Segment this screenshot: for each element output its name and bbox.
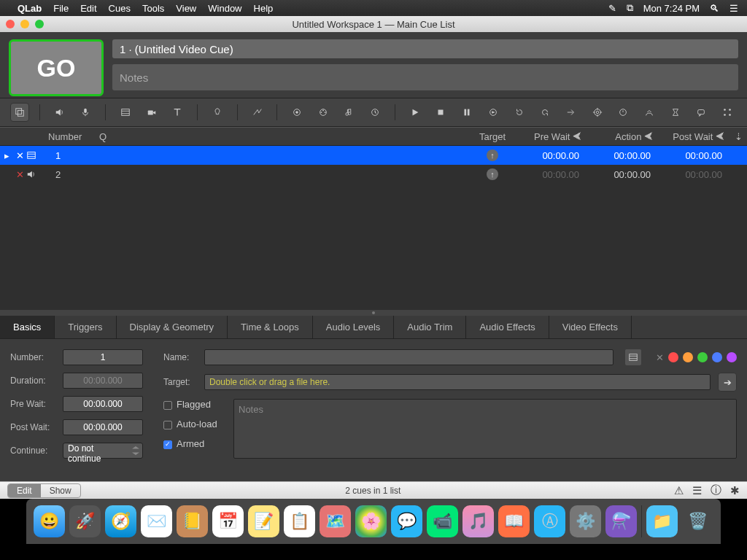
color-orange[interactable] <box>683 352 693 362</box>
reminders-icon[interactable]: 📋 <box>284 505 315 537</box>
maps-icon[interactable]: 🗺️ <box>320 505 351 537</box>
midi-file-cue-icon[interactable] <box>340 103 359 122</box>
clock[interactable]: Mon 7:24 PM <box>643 3 700 14</box>
downloads-icon[interactable]: 📁 <box>646 505 678 537</box>
edit-mode-button[interactable]: Edit <box>8 484 41 497</box>
light-cue-icon[interactable] <box>208 103 227 122</box>
autoload-checkbox[interactable] <box>163 421 172 429</box>
col-action[interactable]: Action ⮜ <box>587 131 658 142</box>
pause-icon[interactable] <box>457 103 476 122</box>
reset-icon[interactable] <box>510 103 529 122</box>
itunes-icon[interactable]: 🎵 <box>462 505 494 537</box>
name-field[interactable] <box>204 349 614 365</box>
tab-audio-trim[interactable]: Audio Trim <box>394 316 466 338</box>
cue-prewait[interactable]: 00:00.00 <box>515 150 587 161</box>
edit-show-toggle[interactable]: Edit Show <box>7 483 81 498</box>
menu-window[interactable]: Window <box>208 3 241 14</box>
target-icon[interactable] <box>588 103 607 122</box>
cue-list[interactable]: ▸ ✕ 1 ↑ 00:00.00 00:00.00 00:00.00 ✕ 2 ↑… <box>0 146 747 310</box>
tab-video-effects[interactable]: Video Effects <box>549 316 632 338</box>
safari-icon[interactable]: 🧭 <box>105 505 136 537</box>
script-menu-icon[interactable]: ✎ <box>608 3 616 14</box>
tab-time-loops[interactable]: Time & Loops <box>228 316 313 338</box>
menu-help[interactable]: Help <box>254 3 274 14</box>
postwait-field[interactable] <box>63 419 143 435</box>
app-name[interactable]: QLab <box>18 3 42 14</box>
cue-prewait[interactable]: 00:00.00 <box>515 169 587 180</box>
ibooks-icon[interactable]: 📖 <box>498 505 530 537</box>
color-green[interactable] <box>697 352 708 362</box>
tab-audio-effects[interactable]: Audio Effects <box>466 316 549 338</box>
cue-target[interactable]: ↑ <box>470 149 515 161</box>
notes-icon[interactable]: 📝 <box>248 505 279 537</box>
tab-basics[interactable]: Basics <box>0 316 55 338</box>
text-cue-icon[interactable] <box>168 103 187 122</box>
cue-number[interactable]: 2 <box>44 169 95 180</box>
cue-action[interactable]: 00:00.00 <box>587 150 658 161</box>
midi-cue-icon[interactable] <box>314 103 333 122</box>
duration-field[interactable] <box>63 373 143 389</box>
cue-postwait[interactable]: 00:00.00 <box>658 150 729 161</box>
finder-icon[interactable]: 😀 <box>34 505 65 537</box>
inspector-drag-handle[interactable] <box>0 310 747 316</box>
col-target[interactable]: Target <box>470 131 515 142</box>
col-postwait[interactable]: Post Wait ⮜ <box>658 131 729 142</box>
notes-textarea[interactable]: Notes <box>233 399 737 459</box>
mail-icon[interactable]: ✉️ <box>141 505 172 537</box>
col-q[interactable]: Q <box>95 131 470 142</box>
info-icon[interactable]: ⓘ <box>711 483 721 497</box>
menu-edit[interactable]: Edit <box>80 3 96 14</box>
target-browse-button[interactable]: ➔ <box>718 373 737 392</box>
facetime-icon[interactable]: 📹 <box>427 505 458 537</box>
flagged-checkbox[interactable] <box>163 401 172 410</box>
camera-cue-icon[interactable] <box>142 103 161 122</box>
warnings-icon[interactable]: ⚠︎ <box>674 484 684 497</box>
color-purple[interactable] <box>727 352 737 362</box>
tab-audio-levels[interactable]: Audio Levels <box>313 316 394 338</box>
airplay-icon[interactable]: ⧉ <box>627 2 633 14</box>
arm-icon[interactable] <box>614 103 632 122</box>
photos-icon[interactable]: 🌸 <box>355 505 387 537</box>
trash-icon[interactable]: 🗑️ <box>682 505 713 537</box>
tab-triggers[interactable]: Triggers <box>55 316 116 338</box>
wait-icon[interactable] <box>666 103 685 122</box>
group-cue-icon[interactable] <box>10 103 29 122</box>
lists-icon[interactable]: ☰ <box>692 484 702 497</box>
tab-display-geometry[interactable]: Display & Geometry <box>117 316 228 338</box>
color-none-icon[interactable]: ✕ <box>656 352 664 363</box>
cue-action[interactable]: 00:00.00 <box>587 169 658 180</box>
cue-target[interactable]: ↑ <box>470 168 515 180</box>
fade-cue-icon[interactable] <box>248 103 267 122</box>
col-continue[interactable]: ⇣ <box>729 131 747 142</box>
notification-center-icon[interactable]: ☰ <box>729 3 738 14</box>
script-cue-icon[interactable] <box>718 103 737 122</box>
audio-cue-icon[interactable] <box>50 103 69 122</box>
armed-checkbox[interactable] <box>163 440 172 449</box>
cue-row[interactable]: ✕ 2 ↑ 00:00.00 00:00.00 00:00.00 <box>0 165 747 184</box>
cue-row[interactable]: ▸ ✕ 1 ↑ 00:00.00 00:00.00 00:00.00 <box>0 146 747 165</box>
cue-notes-summary[interactable]: Notes <box>112 64 738 90</box>
menu-file[interactable]: File <box>53 3 69 14</box>
color-blue[interactable] <box>712 352 722 362</box>
disarm-icon[interactable] <box>640 103 659 122</box>
minimize-window-button[interactable] <box>20 20 29 28</box>
spotlight-icon[interactable]: 🔍︎ <box>710 3 719 14</box>
messages-icon[interactable]: 💬 <box>391 505 422 537</box>
preferences-icon[interactable]: ⚙️ <box>570 505 601 537</box>
network-cue-icon[interactable] <box>287 103 306 122</box>
memo-icon[interactable] <box>692 103 711 122</box>
cue-number[interactable]: 1 <box>44 150 95 161</box>
continue-select[interactable]: Do not continue <box>63 443 143 459</box>
play-icon[interactable] <box>406 103 425 122</box>
mic-cue-icon[interactable] <box>76 103 95 122</box>
calendar-icon[interactable]: 📅 <box>212 505 244 537</box>
col-number[interactable]: Number <box>44 131 95 142</box>
number-field[interactable] <box>63 349 143 365</box>
go-button[interactable]: GO <box>9 39 104 96</box>
show-mode-button[interactable]: Show <box>41 484 80 497</box>
stop-icon[interactable] <box>432 103 451 122</box>
col-prewait[interactable]: Pre Wait ⮜ <box>515 131 587 142</box>
target-field[interactable]: Double click or drag a file here. <box>204 374 711 390</box>
menu-view[interactable]: View <box>176 3 196 14</box>
color-red[interactable] <box>668 352 678 362</box>
